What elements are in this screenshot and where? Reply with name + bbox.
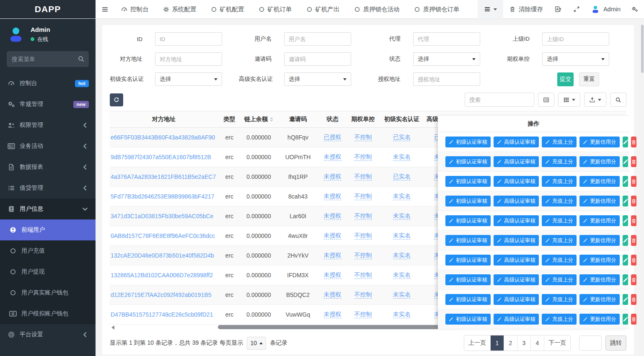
sidebar-item-platform-settings[interactable]: 平台设置 (0, 324, 96, 345)
delete-button[interactable] (631, 294, 636, 305)
sidebar-item-general-management[interactable]: 常规管理new (0, 94, 96, 115)
settings-button[interactable] (626, 0, 644, 19)
primary-kyc-review-button[interactable]: 初级认证审核 (445, 235, 491, 246)
sidebar-item-business-activity[interactable]: 业务活动 (0, 136, 96, 157)
export-button[interactable] (584, 93, 606, 107)
table-search-input[interactable] (465, 93, 534, 107)
update-credit-score-button[interactable]: 更新信用分 (579, 314, 620, 325)
update-credit-score-button[interactable]: 更新信用分 (579, 176, 620, 187)
primary-kyc-review-button[interactable]: 初级认证审核 (445, 176, 491, 187)
edit-button[interactable] (623, 294, 628, 305)
edit-button[interactable] (623, 255, 628, 266)
primary-kyc-review-button[interactable]: 初级认证审核 (445, 255, 491, 266)
status-link[interactable]: 未授权 (324, 252, 341, 259)
topnav-item-staking-order[interactable]: 质押锁仓订单 (407, 0, 467, 19)
filter-input-username[interactable] (284, 32, 351, 46)
recharge-credit-button[interactable]: 充值上分 (542, 255, 577, 266)
menu-search-input[interactable] (7, 51, 89, 67)
topnav-item-miner-output[interactable]: 矿机产出 (299, 0, 347, 19)
status-link[interactable]: 未授权 (324, 193, 341, 200)
clear-cache-button[interactable]: 清除缓存 (503, 0, 549, 19)
address-link[interactable]: 5Fd77B3bd2646253E98B99863bF4217 (111, 193, 215, 200)
recharge-credit-button[interactable]: 充值上分 (542, 235, 577, 246)
delete-button[interactable] (631, 176, 636, 187)
delete-button[interactable] (631, 235, 636, 246)
primary-kyc-link[interactable]: 未实名 (393, 291, 411, 299)
vertical-scrollbar[interactable] (641, 19, 644, 356)
status-link[interactable]: 未授权 (324, 311, 341, 318)
advanced-kyc-review-button[interactable]: 高级认证审核 (494, 255, 539, 266)
primary-kyc-review-button[interactable]: 初级认证审核 (445, 156, 491, 167)
primary-kyc-review-button[interactable]: 初级认证审核 (445, 274, 491, 285)
topnav-item-miner-order[interactable]: 矿机订单 (251, 0, 299, 19)
advanced-kyc-review-button[interactable]: 高级认证审核 (494, 176, 539, 187)
recharge-credit-button[interactable]: 充值上分 (542, 156, 577, 167)
update-credit-score-button[interactable]: 更新信用分 (579, 235, 620, 246)
edit-button[interactable] (623, 314, 628, 325)
edit-button[interactable] (623, 196, 628, 206)
topnav-item-system-config[interactable]: 系统配置 (156, 0, 204, 19)
address-link[interactable]: 3471d3C1aD03815Fb30be59AC05bCe (111, 213, 213, 219)
delete-button[interactable] (631, 137, 636, 147)
option-control-link[interactable]: 不控制 (354, 232, 372, 240)
option-control-link[interactable]: 不控制 (354, 311, 372, 318)
page-size-select[interactable]: 10 (247, 337, 266, 350)
edit-button[interactable] (623, 215, 628, 226)
update-credit-score-button[interactable]: 更新信用分 (579, 137, 620, 147)
status-link[interactable]: 未授权 (324, 173, 341, 181)
reset-button[interactable]: 重置 (579, 72, 599, 86)
primary-kyc-review-button[interactable]: 初级认证审核 (445, 196, 491, 206)
sidebar-toggle-button[interactable] (96, 0, 114, 19)
edit-button[interactable] (623, 176, 628, 187)
jump-button[interactable]: 跳转 (605, 335, 626, 351)
address-link[interactable]: 132cAE20D46e0D873b501e40f582D4b (111, 252, 214, 259)
edit-button[interactable] (623, 156, 628, 167)
primary-kyc-link[interactable]: 未实名 (393, 252, 411, 259)
advanced-kyc-review-button[interactable]: 高级认证审核 (494, 314, 539, 325)
address-link[interactable]: 9dB75987f24307a550EA1607bf8512B (111, 154, 211, 160)
language-button[interactable] (549, 0, 567, 19)
page-button-3[interactable]: 3 (517, 335, 530, 351)
advanced-kyc-review-button[interactable]: 高级认证审核 (494, 274, 539, 285)
scroll-left-arrow-icon[interactable] (111, 325, 114, 330)
address-link[interactable]: D47BB451575127748cE26c5cb09fD21 (111, 311, 213, 318)
option-control-link[interactable]: 不控制 (354, 271, 372, 279)
address-link[interactable]: 4a376A7Aa2833e1821FB611B5e2aEC7 (111, 173, 216, 180)
primary-kyc-link[interactable]: 已实名 (393, 134, 411, 141)
delete-button[interactable] (631, 274, 636, 285)
primary-kyc-link[interactable]: 未实名 (393, 212, 411, 220)
filter-select-primary-kyc[interactable]: 选择 (155, 72, 222, 86)
page-button-2[interactable]: 2 (504, 335, 517, 351)
menu-dropdown-button[interactable] (478, 0, 503, 19)
primary-kyc-link[interactable]: 未实名 (393, 153, 411, 161)
recharge-credit-button[interactable]: 充值上分 (542, 215, 577, 226)
edit-button[interactable] (623, 235, 628, 246)
status-link[interactable]: 未授权 (324, 291, 341, 299)
primary-kyc-link[interactable]: 未实名 (393, 232, 411, 240)
update-credit-score-button[interactable]: 更新信用分 (579, 215, 620, 226)
recharge-credit-button[interactable]: 充值上分 (542, 274, 577, 285)
topnav-item-miner-config[interactable]: 矿机配置 (204, 0, 251, 19)
status-link[interactable]: 未授权 (324, 153, 341, 161)
delete-button[interactable] (631, 196, 636, 206)
primary-kyc-review-button[interactable]: 初级认证审核 (445, 314, 491, 325)
recharge-credit-button[interactable]: 充值上分 (542, 294, 577, 305)
columns-button[interactable] (558, 93, 580, 107)
option-control-link[interactable]: 不控制 (354, 193, 372, 200)
detail-view-button[interactable] (538, 93, 554, 107)
primary-kyc-link[interactable]: 已实名 (393, 173, 411, 181)
sidebar-item-user-info[interactable]: 用户信息 (0, 199, 96, 219)
app-logo[interactable]: DAPP (0, 0, 96, 18)
next-page-button[interactable]: 下一页 (544, 335, 570, 351)
sidebar-item-data-report[interactable]: 数据报表 (0, 157, 96, 178)
sidebar-item-loan-management[interactable]: 借贷管理 (0, 178, 96, 199)
primary-kyc-review-button[interactable]: 初级认证审核 (445, 294, 491, 305)
address-link[interactable]: e66F5F03B3443B60F43a43828a8AF90 (111, 134, 215, 141)
filter-input-counterparty-address[interactable] (155, 52, 222, 66)
page-button-1[interactable]: 1 (490, 335, 504, 351)
status-link[interactable]: 未授权 (324, 271, 341, 279)
recharge-credit-button[interactable]: 充值上分 (542, 137, 577, 147)
advanced-kyc-review-button[interactable]: 高级认证审核 (494, 215, 539, 226)
filter-input-agent[interactable] (413, 32, 480, 46)
delete-button[interactable] (631, 156, 636, 167)
